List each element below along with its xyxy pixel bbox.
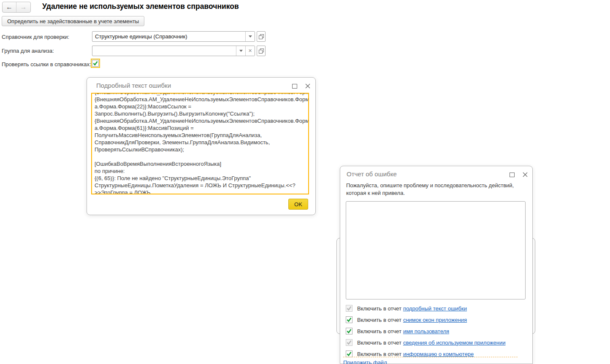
error-text-line: >>ЭтоГруппа = ЛОЖЬ bbox=[95, 189, 306, 194]
check-refs-label: Проверять ссылки в справочниках: bbox=[2, 61, 91, 67]
group-input[interactable] bbox=[92, 46, 236, 56]
catalog-label: Справочник для проверки: bbox=[2, 34, 69, 40]
error-text-line bbox=[95, 153, 306, 160]
forward-icon: → bbox=[20, 4, 27, 11]
close-icon bbox=[305, 84, 310, 89]
username-link[interactable]: имя пользователя bbox=[403, 328, 449, 334]
clear-icon: ✕ bbox=[248, 49, 252, 53]
report-description-line: Пожалуйста, опишите проблему и последова… bbox=[346, 182, 514, 189]
maximize-button[interactable] bbox=[291, 83, 298, 89]
catalog-open-button[interactable] bbox=[257, 31, 266, 42]
open-picker-icon bbox=[259, 34, 264, 39]
maximize-icon bbox=[292, 84, 297, 89]
error-text-area[interactable]: {ВнешняяОбработка.АМ_УдалениеНеИспользуе… bbox=[91, 93, 309, 194]
close-button[interactable] bbox=[521, 171, 529, 178]
chevron-down-icon bbox=[249, 35, 252, 38]
report-option-row: Включить в отчет имя пользователя bbox=[346, 327, 449, 335]
error-text-line: а.Форма.Форма(22)}:МассивСсылок = bbox=[95, 103, 306, 110]
error-text-line: {ВнешняяОбработка.АМ_УдалениеНеИспользуе… bbox=[95, 117, 306, 124]
error-text-line: {ВнешняяОбработка.АМ_УдалениеНеИспользуе… bbox=[95, 93, 306, 96]
report-option-row: Включить в отчет сведения об используемо… bbox=[346, 339, 505, 346]
option-label: Включить в отчет bbox=[357, 351, 401, 357]
problem-description-input[interactable] bbox=[346, 201, 526, 299]
attach-file-link[interactable]: Приложить файл bbox=[343, 359, 387, 364]
close-icon bbox=[523, 172, 528, 177]
forward-button[interactable]: → bbox=[16, 2, 30, 12]
check-links-checkbox[interactable] bbox=[91, 59, 100, 68]
error-text-line: по причине: bbox=[95, 167, 306, 175]
error-text-line: {ВнешняяОбработка.АМ_УдалениеНеИспользуе… bbox=[95, 96, 306, 103]
error-text-line: ПолучитьМассивНеиспользуемыхЭлементов(Гр… bbox=[95, 132, 306, 139]
maximize-button[interactable] bbox=[508, 171, 516, 178]
include-app-info-checkbox[interactable] bbox=[346, 339, 352, 346]
detect-unused-button[interactable]: Определить не задействованные в учете эл… bbox=[2, 16, 144, 26]
dialog-title: Подробный текст ошибки bbox=[96, 82, 171, 89]
error-text-line: [ОшибкаВоВремяВыполненияВстроенногоЯзыка… bbox=[95, 160, 306, 167]
open-picker-icon bbox=[259, 49, 264, 54]
group-label: Группа для анализа: bbox=[2, 48, 54, 54]
focus-divider bbox=[343, 357, 518, 357]
include-username-checkbox[interactable] bbox=[346, 328, 352, 334]
screenshot-link[interactable]: снимок окон приложения bbox=[403, 317, 467, 323]
ok-button[interactable]: OK bbox=[288, 199, 308, 210]
checkmark-icon bbox=[347, 340, 352, 345]
include-computer-info-checkbox[interactable] bbox=[346, 351, 352, 357]
group-clear-button[interactable]: ✕ bbox=[245, 46, 255, 56]
option-label: Включить в отчет bbox=[357, 340, 401, 346]
checkmark-icon bbox=[347, 351, 352, 356]
app-window: ← → Удаление не используемых элементов с… bbox=[0, 0, 610, 364]
report-description-line: которая к ней привела. bbox=[346, 189, 514, 197]
report-option-row: Включить в отчет подробный текст ошибки bbox=[346, 305, 467, 312]
catalog-input[interactable]: Структурные единицы (Справочник) bbox=[92, 32, 245, 41]
checkbox-box bbox=[92, 60, 99, 67]
include-error-text-checkbox[interactable] bbox=[346, 305, 352, 312]
error-text-line: а.Форма.Форма(61)}:МассивПозиций = bbox=[95, 124, 306, 132]
error-text-line: СправочникДляПроверки, Элементы.ГруппаДл… bbox=[95, 139, 306, 146]
report-dialog: Отчет об ошибке Пожалуйста, опишите проб… bbox=[340, 166, 533, 364]
checkmark-icon bbox=[347, 329, 352, 334]
group-open-button[interactable] bbox=[257, 46, 266, 56]
maximize-icon bbox=[510, 173, 515, 177]
page-title: Удаление не используемых элементов справ… bbox=[42, 2, 239, 11]
report-description: Пожалуйста, опишите проблему и последова… bbox=[346, 182, 514, 197]
computer-info-link[interactable]: информацию о компьютере bbox=[403, 351, 474, 357]
checkmark-icon bbox=[347, 317, 352, 322]
chevron-down-icon bbox=[239, 50, 243, 52]
option-label: Включить в отчет bbox=[357, 305, 401, 312]
catalog-field: Структурные единицы (Справочник) bbox=[92, 31, 255, 42]
nav-buttons: ← → bbox=[2, 2, 31, 13]
dialog-title: Отчет об ошибке bbox=[347, 170, 397, 178]
catalog-dropdown-button[interactable] bbox=[245, 32, 255, 41]
include-screenshot-checkbox[interactable] bbox=[346, 316, 352, 323]
error-text-link[interactable]: подробный текст ошибки bbox=[403, 305, 467, 312]
error-dialog: Подробный текст ошибки {ВнешняяОбработка… bbox=[87, 77, 316, 215]
group-field: ✕ bbox=[92, 46, 255, 56]
error-text-line: ПроверятьСсылкиВСправочниках); bbox=[95, 146, 306, 153]
error-text-line: Запрос.Выполнить().Выгрузить().Выгрузить… bbox=[95, 110, 306, 117]
checkmark-icon bbox=[93, 61, 98, 66]
back-button[interactable]: ← bbox=[3, 2, 16, 12]
app-info-link[interactable]: сведения об используемом приложении bbox=[403, 340, 506, 346]
checkmark-icon bbox=[347, 306, 352, 311]
report-option-row: Включить в отчет снимок окон приложения bbox=[346, 316, 467, 324]
back-icon: ← bbox=[6, 4, 13, 11]
error-text-line: {(6, 65)}: Поле не найдено "СтруктурныеЕ… bbox=[95, 175, 306, 182]
option-label: Включить в отчет bbox=[357, 317, 401, 323]
group-dropdown-button[interactable] bbox=[236, 46, 245, 56]
error-text-line: СтруктурныеЕдиницы.ПометкаУдаления = ЛОЖ… bbox=[95, 182, 306, 189]
close-button[interactable] bbox=[304, 83, 312, 89]
option-label: Включить в отчет bbox=[357, 328, 401, 334]
